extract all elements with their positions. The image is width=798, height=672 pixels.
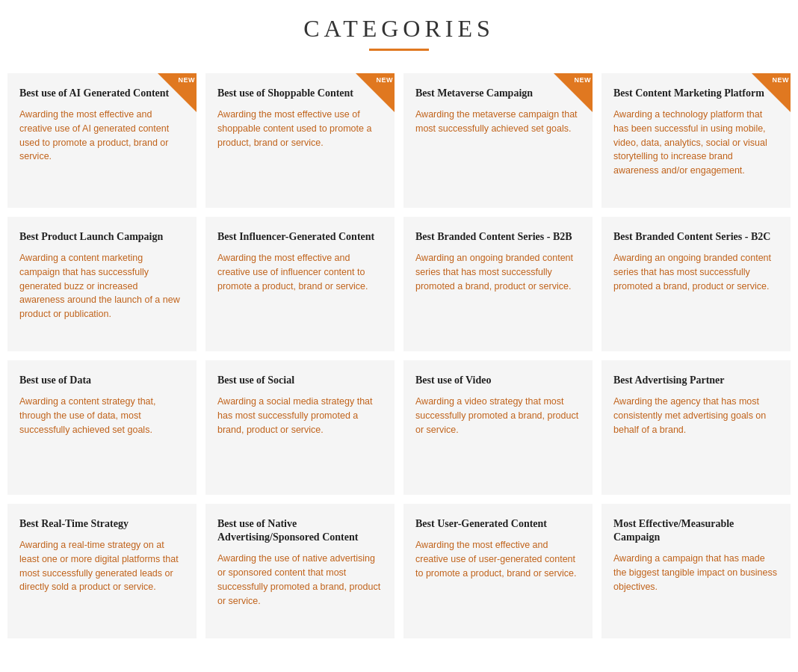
card-description: Awarding the most effective use of shopp… — [217, 108, 383, 149]
card-description: Awarding an ongoing branded content seri… — [415, 251, 581, 293]
card-title: Best User-Generated Content — [415, 517, 581, 531]
card-description: Awarding the use of native advertising o… — [217, 552, 383, 608]
new-badge-label: NEW — [773, 76, 790, 84]
page-wrapper: CATEGORIES NEWBest use of AI Generated C… — [0, 0, 798, 661]
card-description: Awarding the most effective and creative… — [19, 108, 185, 164]
card-description: Awarding the most effective and creative… — [217, 251, 383, 293]
card-title: Best Advertising Partner — [613, 374, 779, 387]
card-description: Awarding a real-time strategy on at leas… — [19, 538, 185, 594]
card-title: Best Branded Content Series - B2B — [415, 230, 581, 244]
card-content-marketing-platform[interactable]: NEWBest Content Marketing PlatformAwardi… — [601, 73, 791, 208]
page-header: CATEGORIES — [7, 15, 791, 51]
new-badge-label: NEW — [575, 76, 592, 84]
card-native-advertising[interactable]: Best use of Native Advertising/Sponsored… — [205, 504, 395, 638]
card-influencer-generated-content[interactable]: Best Influencer-Generated ContentAwardin… — [205, 217, 395, 351]
card-description: Awarding a content marketing campaign th… — [19, 251, 185, 321]
card-title: Best Influencer-Generated Content — [217, 230, 383, 244]
card-description: Awarding the agency that has most consis… — [613, 395, 779, 437]
card-best-use-of-video[interactable]: Best use of VideoAwarding a video strate… — [403, 360, 593, 495]
card-title: Best Real-Time Strategy — [19, 517, 185, 531]
categories-grid: NEWBest use of AI Generated ContentAward… — [7, 73, 791, 638]
card-title: Best Branded Content Series - B2C — [613, 230, 779, 244]
card-title: Best Product Launch Campaign — [19, 230, 185, 244]
card-description: Awarding a campaign that has made the bi… — [613, 552, 779, 594]
card-branded-content-series-b2b[interactable]: Best Branded Content Series - B2BAwardin… — [403, 217, 593, 351]
card-description: Awarding an ongoing branded content seri… — [613, 251, 779, 293]
card-best-use-of-social[interactable]: Best use of SocialAwarding a social medi… — [205, 360, 395, 495]
card-metaverse-campaign[interactable]: NEWBest Metaverse CampaignAwarding the m… — [403, 73, 593, 208]
card-most-effective-campaign[interactable]: Most Effective/Measurable CampaignAwardi… — [601, 504, 791, 638]
card-title: Most Effective/Measurable Campaign — [613, 517, 779, 544]
new-badge-label: NEW — [179, 76, 196, 84]
card-description: Awarding a video strategy that most succ… — [415, 395, 581, 437]
card-title: Best use of Data — [19, 374, 185, 387]
card-title: Best use of Social — [217, 374, 383, 387]
card-branded-content-series-b2c[interactable]: Best Branded Content Series - B2CAwardin… — [601, 217, 791, 351]
card-product-launch-campaign[interactable]: Best Product Launch CampaignAwarding a c… — [7, 217, 197, 351]
card-user-generated-content[interactable]: Best User-Generated ContentAwarding the … — [403, 504, 593, 638]
card-title: Best use of Video — [415, 374, 581, 387]
card-description: Awarding the most effective and creative… — [415, 538, 581, 580]
card-description: Awarding a social media strategy that ha… — [217, 395, 383, 437]
new-badge-label: NEW — [377, 76, 394, 84]
card-best-real-time-strategy[interactable]: Best Real-Time StrategyAwarding a real-t… — [7, 504, 197, 638]
page-title: CATEGORIES — [7, 15, 791, 43]
title-underline — [369, 49, 429, 51]
card-best-advertising-partner[interactable]: Best Advertising PartnerAwarding the age… — [601, 360, 791, 495]
card-description: Awarding a content strategy that, throug… — [19, 395, 185, 437]
card-shoppable-content[interactable]: NEWBest use of Shoppable ContentAwarding… — [205, 73, 395, 208]
card-ai-generated-content[interactable]: NEWBest use of AI Generated ContentAward… — [7, 73, 197, 208]
card-best-use-of-data[interactable]: Best use of DataAwarding a content strat… — [7, 360, 197, 495]
card-title: Best use of Native Advertising/Sponsored… — [217, 517, 383, 544]
card-description: Awarding a technology platform that has … — [613, 108, 779, 178]
